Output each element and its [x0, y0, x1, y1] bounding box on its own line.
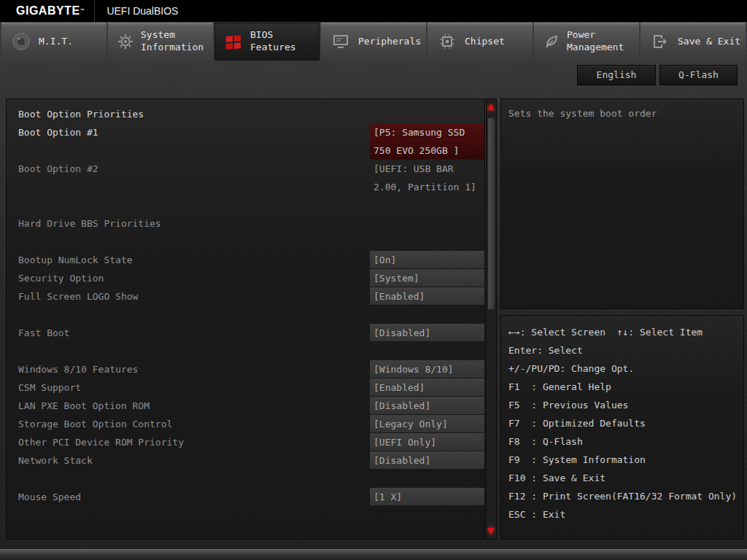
- setting-label: Mouse Speed: [7, 488, 81, 506]
- tab-power-management[interactable]: Power Management: [534, 23, 639, 61]
- row-security-option[interactable]: Security Option [System]: [7, 269, 484, 287]
- scrollbar[interactable]: [486, 98, 497, 540]
- row-other-pci-device-rom-priority[interactable]: Other PCI Device ROM Priority [UEFI Only…: [7, 433, 484, 451]
- setting-value[interactable]: [UEFI: USB BAR 2.00, Partition 1]: [370, 160, 484, 196]
- monitor-icon: [330, 33, 352, 50]
- hotkey-line: F7 : Optimized Defaults: [508, 414, 736, 432]
- tab-mit[interactable]: M.I.T.: [1, 23, 107, 61]
- hotkey-line: F5 : Previous Values: [508, 396, 736, 414]
- tab-label: Save & Exit: [678, 36, 740, 48]
- scrollbar-thumb[interactable]: [488, 118, 495, 309]
- setting-label: Boot Option #1: [7, 123, 98, 160]
- tab-bios-features[interactable]: BIOS Features: [214, 23, 320, 61]
- red-grid-icon: [223, 33, 244, 50]
- bios-screen: GIGABYTE ™ UEFI DualBIOS M.I.T. System I…: [0, 0, 747, 560]
- setting-value[interactable]: [Windows 8/10]: [370, 360, 484, 378]
- setting-value[interactable]: [Enabled]: [370, 378, 484, 397]
- help-description-panel: Sets the system boot order: [500, 98, 744, 309]
- row-fast-boot[interactable]: Fast Boot [Disabled]: [7, 324, 484, 342]
- setting-value[interactable]: [Disabled]: [370, 324, 484, 342]
- setting-label: Bootup NumLock State: [7, 251, 133, 269]
- tab-label: Peripherals: [358, 36, 421, 48]
- setting-label: Security Option: [7, 269, 104, 287]
- setting-value[interactable]: [Legacy Only]: [370, 415, 484, 433]
- setting-label: Storage Boot Option Control: [7, 415, 172, 433]
- hotkey-line: ESC : Exit: [508, 505, 736, 524]
- tab-peripherals[interactable]: Peripherals: [321, 23, 426, 61]
- setting-label: Fast Boot: [7, 324, 69, 342]
- hotkey-line: F1 : General Help: [508, 378, 736, 396]
- titlebar-divider: [94, 0, 95, 22]
- setting-label: Network Stack: [7, 451, 93, 470]
- row-csm-support[interactable]: CSM Support [Enabled]: [7, 378, 484, 397]
- row-bootup-numlock-state[interactable]: Bootup NumLock State [On]: [7, 251, 484, 269]
- row-network-stack[interactable]: Network Stack [Disabled]: [7, 451, 484, 470]
- row-boot-option-1[interactable]: Boot Option #1 [P5: Samsung SSD 750 EVO …: [7, 123, 484, 160]
- hotkey-line: ←→: Select Screen ↑↓: Select Item: [508, 323, 736, 341]
- row-spacer: [7, 306, 484, 324]
- hotkey-line: F10 : Save & Exit: [508, 469, 736, 487]
- footer-bar: [0, 549, 747, 560]
- setting-label: Boot Option #2: [7, 160, 98, 196]
- setting-value[interactable]: [System]: [370, 269, 484, 287]
- setting-value[interactable]: [Disabled]: [370, 451, 484, 470]
- setting-label: Windows 8/10 Features: [7, 360, 138, 378]
- setting-value[interactable]: [Enabled]: [370, 287, 484, 306]
- tab-label: BIOS Features: [250, 29, 320, 54]
- help-description: Sets the system boot order: [508, 106, 736, 121]
- row-windows-8-10-features[interactable]: Windows 8/10 Features [Windows 8/10]: [7, 360, 484, 378]
- setting-label: Full Screen LOGO Show: [7, 287, 138, 306]
- setting-label: LAN PXE Boot Option ROM: [7, 397, 150, 415]
- hotkey-line: +/-/PU/PD: Change Opt.: [508, 359, 736, 378]
- exit-door-icon: [649, 33, 671, 50]
- hotkeys-panel: ←→: Select Screen ↑↓: Select Item Enter:…: [500, 315, 744, 540]
- tab-label: Power Management: [567, 29, 639, 54]
- settings-panel: Boot Option Priorities Boot Option #1 [P…: [6, 98, 485, 540]
- tab-bar: M.I.T. System Information BIOS Features …: [1, 23, 746, 61]
- setting-label: Other PCI Device ROM Priority: [7, 433, 184, 451]
- hotkey-line: Enter: Select: [508, 341, 736, 359]
- gear-icon: [117, 33, 134, 50]
- setting-value[interactable]: [UEFI Only]: [370, 433, 484, 451]
- hotkey-line: F12 : Print Screen(FAT16/32 Format Only): [508, 487, 736, 505]
- row-full-screen-logo-show[interactable]: Full Screen LOGO Show [Enabled]: [7, 287, 484, 306]
- tab-label: System Information: [141, 29, 213, 54]
- hotkey-line: F8 : Q-Flash: [508, 432, 736, 451]
- row-spacer: [7, 470, 484, 488]
- language-button[interactable]: English: [577, 65, 656, 85]
- section-title-boot-option-priorities: Boot Option Priorities: [7, 105, 484, 123]
- row-lan-pxe-boot-option-rom[interactable]: LAN PXE Boot Option ROM [Disabled]: [7, 397, 484, 415]
- row-mouse-speed[interactable]: Mouse Speed [1 X]: [7, 488, 484, 506]
- scroll-down-icon[interactable]: [487, 528, 495, 534]
- leaf-icon: [543, 33, 560, 50]
- setting-value[interactable]: [1 X]: [370, 488, 484, 506]
- bios-title: UEFI DualBIOS: [107, 5, 178, 17]
- row-spacer: [7, 233, 484, 251]
- title-bar: GIGABYTE ™ UEFI DualBIOS: [0, 0, 747, 22]
- tab-save-exit[interactable]: Save & Exit: [640, 23, 746, 61]
- row-hard-drive-bbs-priorities[interactable]: Hard Drive BBS Priorities: [7, 214, 484, 233]
- tab-label: M.I.T.: [39, 36, 73, 48]
- gigabyte-logo: GIGABYTE: [16, 4, 80, 18]
- hotkey-line: F9 : System Information: [508, 451, 736, 469]
- setting-value[interactable]: [P5: Samsung SSD 750 EVO 250GB ]: [370, 123, 484, 160]
- row-spacer: [7, 342, 484, 360]
- row-storage-boot-option-control[interactable]: Storage Boot Option Control [Legacy Only…: [7, 415, 484, 433]
- knob-icon: [10, 32, 32, 51]
- tab-label: Chipset: [465, 36, 505, 48]
- trademark-symbol: ™: [81, 8, 85, 15]
- setting-label: CSM Support: [7, 378, 81, 397]
- scroll-up-icon[interactable]: [487, 104, 495, 110]
- row-boot-option-2[interactable]: Boot Option #2 [UEFI: USB BAR 2.00, Part…: [7, 160, 484, 196]
- setting-value[interactable]: [On]: [370, 251, 484, 269]
- section-title-label: Boot Option Priorities: [7, 105, 144, 123]
- row-spacer: [7, 196, 484, 214]
- tab-system-information[interactable]: System Information: [108, 23, 213, 61]
- tab-chipset[interactable]: Chipset: [427, 23, 533, 61]
- chip-icon: [436, 33, 458, 50]
- qflash-button[interactable]: Q-Flash: [659, 65, 738, 85]
- setting-label: Hard Drive BBS Priorities: [7, 214, 161, 233]
- setting-value[interactable]: [Disabled]: [370, 397, 484, 415]
